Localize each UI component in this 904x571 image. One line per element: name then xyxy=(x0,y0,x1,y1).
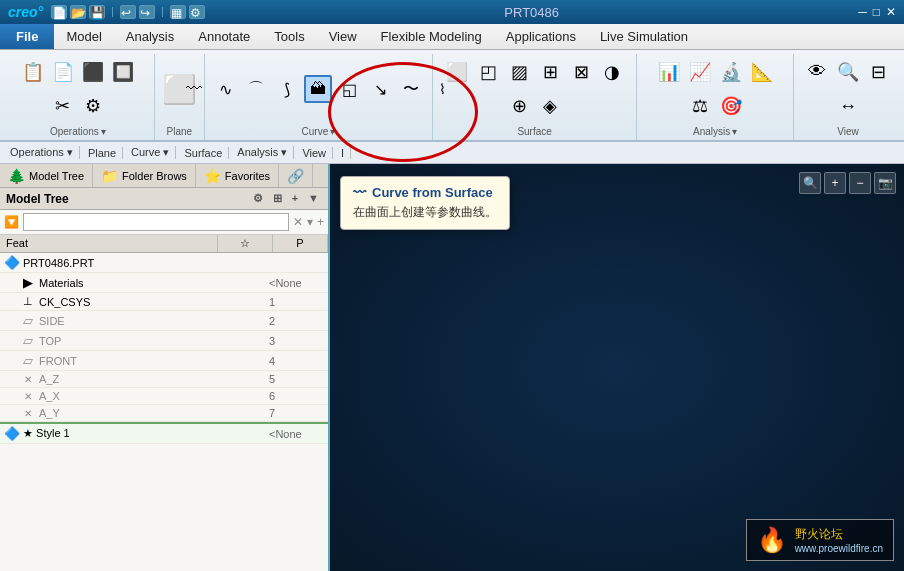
zoom-fit-btn[interactable]: 🔍 xyxy=(799,172,821,194)
view-menu[interactable]: View xyxy=(317,24,369,49)
surf-icon8[interactable]: ◈ xyxy=(536,92,564,120)
ops-icon1[interactable]: ⬛ xyxy=(79,58,107,86)
redo-icon[interactable]: ↪ xyxy=(139,5,155,19)
ribbon-content: 📋 📄 ⬛ 🔲 ✂ ⚙ Operations ▾ ⬜ Plane 〰 xyxy=(0,50,904,140)
tree-item-ck-csys[interactable]: ⊥ CK_CSYS 1 xyxy=(0,293,328,311)
view-icon2[interactable]: 🔍 xyxy=(834,58,862,86)
analysis-icon4[interactable]: 📐 xyxy=(748,58,776,86)
open-icon[interactable]: 📂 xyxy=(70,5,86,19)
tree-item-a-x[interactable]: ✕ A_X 6 xyxy=(0,388,328,405)
favorites-tab[interactable]: ⭐ Favorites xyxy=(196,164,279,187)
curve-label[interactable]: Curve ▾ xyxy=(302,124,336,140)
folder-browser-tab[interactable]: 📁 Folder Brows xyxy=(93,164,196,187)
view-group: 👁 🔍 ⊟ ↔ View xyxy=(794,54,902,140)
paste-icon[interactable]: 📄 xyxy=(49,58,77,86)
curve-group: 〰 ∿ ⌒ ⟆ 🏔 ◱ ↘ 〜 ⌇ Curve ▾ xyxy=(205,54,433,140)
close-search-icon[interactable]: ✕ xyxy=(293,215,303,229)
toolbar-icon1[interactable]: ▦ xyxy=(170,5,186,19)
favorites-tab-label: Favorites xyxy=(225,170,270,182)
surf-icon2[interactable]: ◰ xyxy=(474,58,502,86)
window-close[interactable]: ✕ xyxy=(886,5,896,19)
ops-icon2[interactable]: 🔲 xyxy=(109,58,137,86)
surf-icon1[interactable]: ⬜ xyxy=(443,58,471,86)
view-icon3[interactable]: ⊟ xyxy=(865,58,893,86)
tree-item-side[interactable]: ▱ SIDE 2 xyxy=(0,311,328,331)
analysis-label[interactable]: Analysis ▾ xyxy=(693,124,737,140)
tree-item-style1[interactable]: 🔷 ★ Style 1 <None xyxy=(0,422,328,444)
tree-item-top[interactable]: ▱ TOP 3 xyxy=(0,331,328,351)
surf-icon6[interactable]: ◑ xyxy=(598,58,626,86)
tree-item-a-z[interactable]: ✕ A_Z 5 xyxy=(0,371,328,388)
ops-icon4[interactable]: ⚙ xyxy=(79,92,107,120)
curve-icon4[interactable]: ⟆ xyxy=(273,75,301,103)
search-options-btn[interactable]: ▾ xyxy=(307,215,313,229)
favorites-tab-icon: ⭐ xyxy=(204,168,221,184)
applications-menu[interactable]: Applications xyxy=(494,24,588,49)
surface-toolbar-group[interactable]: Surface xyxy=(178,147,229,159)
save-icon[interactable]: 💾 xyxy=(89,5,105,19)
surf-icon4[interactable]: ⊞ xyxy=(536,58,564,86)
undo-icon[interactable]: ↩ xyxy=(120,5,136,19)
new-icon[interactable]: 📄 xyxy=(51,5,67,19)
connect-tab[interactable]: 🔗 xyxy=(279,164,313,187)
model-tree-tab[interactable]: 🌲 Model Tree xyxy=(0,164,93,187)
search-input[interactable] xyxy=(23,213,289,231)
analysis-icon5[interactable]: ⚖ xyxy=(686,92,714,120)
view-icon4[interactable]: ↔ xyxy=(834,92,862,120)
curve-icon1[interactable]: 〰 xyxy=(180,75,208,103)
tree-item-a-y[interactable]: ✕ A_Y 7 xyxy=(0,405,328,422)
surf-icon5[interactable]: ⊠ xyxy=(567,58,595,86)
analysis-icon6[interactable]: 🎯 xyxy=(717,92,745,120)
tree-columns: Feat ☆ P xyxy=(0,235,328,253)
file-menu[interactable]: File xyxy=(0,24,54,49)
analysis-icon1[interactable]: 📊 xyxy=(655,58,683,86)
operations-label[interactable]: Operations ▾ xyxy=(50,124,106,140)
curve-toolbar-group[interactable]: Curve ▾ xyxy=(125,146,176,159)
flexible-modeling-menu[interactable]: Flexible Modeling xyxy=(369,24,494,49)
analysis-group: 📊 📈 🔬 📐 ⚖ 🎯 Analysis ▾ xyxy=(637,54,794,140)
curve-icon2[interactable]: ∿ xyxy=(211,75,239,103)
curve-from-surface-icon[interactable]: 🏔 xyxy=(304,75,332,103)
feature-col-header: Feat xyxy=(0,235,218,252)
view-icon1[interactable]: 👁 xyxy=(803,58,831,86)
surf-icon3[interactable]: ▨ xyxy=(505,58,533,86)
tree-item-prt[interactable]: 🔷 PRT0486.PRT xyxy=(0,253,328,273)
analysis-icon3[interactable]: 🔬 xyxy=(717,58,745,86)
live-simulation-menu[interactable]: Live Simulation xyxy=(588,24,700,49)
zoom-in-btn[interactable]: + xyxy=(824,172,846,194)
window-maximize[interactable]: □ xyxy=(873,5,880,19)
annotate-menu[interactable]: Annotate xyxy=(186,24,262,49)
ops-icon3[interactable]: ✂ xyxy=(49,92,77,120)
curve-icon8[interactable]: 〜 xyxy=(397,75,425,103)
tree-expand-btn[interactable]: ⊞ xyxy=(270,191,285,206)
model-menu[interactable]: Model xyxy=(54,24,113,49)
extra-toolbar-group[interactable]: I xyxy=(335,147,351,159)
tree-item-front[interactable]: ▱ FRONT 4 xyxy=(0,351,328,371)
add-filter-btn[interactable]: + xyxy=(317,215,324,229)
tools-menu[interactable]: Tools xyxy=(262,24,316,49)
tree-item-materials[interactable]: ▶ Materials <None xyxy=(0,273,328,293)
camera-btn[interactable]: 📷 xyxy=(874,172,896,194)
watermark-subtext: www.proewildfire.cn xyxy=(795,543,883,554)
window-minimize[interactable]: ─ xyxy=(858,5,867,19)
tooltip-title: 〰 Curve from Surface xyxy=(353,185,497,200)
tree-filter-btn[interactable]: ▼ xyxy=(305,191,322,206)
ops-toolbar-group[interactable]: Operations ▾ xyxy=(4,146,80,159)
view-toolbar-group[interactable]: View xyxy=(296,147,333,159)
curve-icon6[interactable]: ◱ xyxy=(335,75,363,103)
watermark-text: 野火论坛 xyxy=(795,526,883,543)
toolbar-icon2[interactable]: ⚙ xyxy=(189,5,205,19)
analysis-menu[interactable]: Analysis xyxy=(114,24,186,49)
csys-val: 1 xyxy=(269,296,324,308)
curve-icon7[interactable]: ↘ xyxy=(366,75,394,103)
surface-group: ⬜ ◰ ▨ ⊞ ⊠ ◑ ⊕ ◈ Surface xyxy=(433,54,637,140)
tree-add-btn[interactable]: + xyxy=(289,191,301,206)
analysis-icon2[interactable]: 📈 xyxy=(686,58,714,86)
surf-icon7[interactable]: ⊕ xyxy=(505,92,533,120)
analysis-toolbar-group[interactable]: Analysis ▾ xyxy=(231,146,294,159)
copy-icon[interactable]: 📋 xyxy=(19,58,47,86)
plane-toolbar-group[interactable]: Plane xyxy=(82,147,123,159)
tree-settings-btn[interactable]: ⚙ xyxy=(250,191,266,206)
zoom-out-btn[interactable]: − xyxy=(849,172,871,194)
curve-icon3[interactable]: ⌒ xyxy=(242,75,270,103)
